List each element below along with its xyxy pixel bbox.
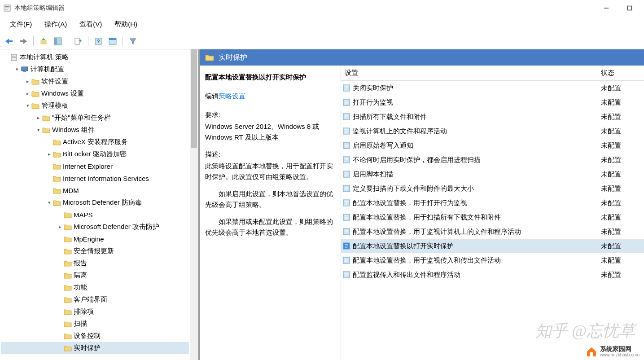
policy-row[interactable]: 配置本地设置替换，用于打开行为监视未配置	[341, 196, 644, 210]
tree-node-label: 设备控制	[74, 332, 101, 340]
expander-icon[interactable]: ▾	[35, 127, 42, 133]
tree-node-report[interactable]: 报告	[1, 257, 189, 269]
tree-node-activex[interactable]: ActiveX 安装程序服务	[1, 136, 189, 148]
tree-node-windows_components[interactable]: ▾Windows 组件	[1, 124, 189, 136]
expander-icon[interactable]: ▸	[46, 151, 53, 157]
policy-name: 配置本地设置替换，用于打开行为监视	[353, 199, 601, 207]
expander-icon[interactable]: ▸	[57, 224, 64, 230]
expander-icon[interactable]: ▸	[35, 115, 42, 121]
filter-button[interactable]	[127, 35, 139, 48]
settings-list[interactable]: 关闭实时保护未配置打开行为监视未配置扫描所有下载文件和附件未配置监视计算机上的文…	[341, 81, 644, 282]
properties-button[interactable]	[106, 35, 119, 48]
menu-file[interactable]: 文件(F)	[4, 18, 38, 31]
policy-row[interactable]: 配置本地设置替换，用于监视传入和传出文件活动未配置	[341, 253, 644, 268]
policy-row[interactable]: 监视计算机上的文件和程序活动未配置	[341, 124, 644, 138]
window-title: 本地组策略编辑器	[14, 4, 601, 12]
policy-row[interactable]: 配置本地设置替换，用于监视计算机上的文件和程序活动未配置	[341, 224, 644, 239]
title-bar: 本地组策略编辑器	[0, 0, 644, 16]
description-label: 描述:	[205, 149, 335, 160]
policy-row[interactable]: 扫描所有下载文件和附件未配置	[341, 110, 644, 124]
expander-icon[interactable]: ▸	[24, 79, 31, 84]
tree-node-admin_templates[interactable]: ▾管理模板	[1, 100, 189, 112]
up-button[interactable]	[37, 35, 50, 48]
tree-node-defender[interactable]: ▾Microsoft Defender 防病毒	[1, 197, 189, 209]
tree-node-label: Internet Information Services	[63, 175, 149, 182]
tree-node-software_settings[interactable]: ▸软件设置	[1, 75, 189, 88]
policy-tree[interactable]: 本地计算机 策略▾计算机配置▸软件设置▸Windows 设置▾管理模板▸"开始"…	[0, 51, 198, 354]
expander-icon[interactable]: ▾	[46, 200, 53, 206]
policy-state: 未配置	[601, 184, 644, 193]
tree-node-client_ui[interactable]: 客户端界面	[1, 294, 189, 306]
site-url: www.hnzkhbsb.com	[600, 352, 640, 357]
enable-paragraph: 如果启用此设置，则本地首选设置的优先级会高于组策略。	[205, 189, 335, 210]
policy-state: 未配置	[601, 228, 644, 236]
tree-node-device_control[interactable]: 设备控制	[1, 330, 189, 342]
tree-node-label: Windows 设置	[41, 89, 84, 98]
policy-row[interactable]: 配置本地设置替换，用于扫描所有下载文件和附件未配置	[341, 210, 644, 224]
disable-paragraph: 如果禁用或未配置此设置，则组策略的优先级会高于本地首选设置。	[205, 216, 335, 238]
tree-node-computer_config[interactable]: ▾计算机配置	[1, 63, 189, 75]
folder-icon	[205, 54, 214, 61]
policy-row[interactable]: 配置本地设置替换以打开实时保护未配置	[341, 239, 644, 253]
toolbar: ?	[0, 33, 644, 49]
policy-state: 未配置	[601, 242, 644, 250]
tree-node-exclusions[interactable]: 排除项	[1, 306, 189, 318]
menu-help[interactable]: 帮助(H)	[108, 18, 144, 31]
policy-row[interactable]: 定义要扫描的下载文件和附件的最大大小未配置	[341, 181, 644, 196]
tree-node-mpengine[interactable]: MpEngine	[1, 233, 189, 245]
right-header: 实时保护	[200, 49, 644, 66]
toolbar-separator	[68, 36, 68, 46]
tree-node-mdm[interactable]: MDM	[1, 184, 189, 197]
column-state[interactable]: 状态	[601, 69, 644, 77]
policy-state: 未配置	[601, 271, 644, 279]
policy-state: 未配置	[601, 84, 644, 92]
tree-node-quarantine[interactable]: 隔离	[1, 269, 189, 281]
policy-name: 打开行为监视	[353, 98, 601, 107]
expander-icon[interactable]: ▸	[24, 91, 31, 97]
tree-node-ie[interactable]: Internet Explorer	[1, 160, 189, 172]
tree-node-scan[interactable]: 扫描	[1, 318, 189, 330]
tree-node-maps[interactable]: MAPS	[1, 209, 189, 221]
policy-settings-link[interactable]: 策略设置	[219, 92, 245, 100]
forward-button[interactable]	[17, 35, 30, 48]
back-button[interactable]	[3, 35, 15, 48]
tree-node-bitlocker[interactable]: ▸BitLocker 驱动器加密	[1, 148, 189, 160]
list-header[interactable]: 设置 状态	[341, 66, 644, 81]
expander-icon[interactable]: ▾	[13, 66, 21, 72]
tree-node-label: ActiveX 安装程序服务	[63, 138, 128, 146]
policy-state: 未配置	[601, 127, 644, 136]
tree-node-label: MAPS	[74, 211, 93, 219]
tree-scrollbar[interactable]	[190, 49, 198, 360]
tree-node-realtime[interactable]: 实时保护	[1, 342, 189, 354]
tree-node-start_taskbar[interactable]: ▸"开始"菜单和任务栏	[1, 112, 189, 124]
policy-name: 启用脚本扫描	[353, 170, 601, 179]
scrollbar-thumb[interactable]	[191, 49, 197, 148]
menu-action[interactable]: 操作(A)	[38, 18, 73, 31]
policy-row[interactable]: 启用原始卷写入通知未配置	[341, 138, 644, 153]
show-hide-tree-button[interactable]	[52, 35, 64, 48]
policy-row[interactable]: 不论何时启用实时保护，都会启用进程扫描未配置	[341, 153, 644, 167]
column-setting[interactable]: 设置	[341, 69, 601, 77]
tree-node-root[interactable]: 本地计算机 策略	[1, 51, 189, 63]
policy-row[interactable]: 配置监视传入和传出文件和程序活动未配置	[341, 268, 644, 282]
policy-state: 未配置	[601, 170, 644, 179]
policy-row[interactable]: 启用脚本扫描未配置	[341, 167, 644, 181]
tree-node-feature[interactable]: 功能	[1, 281, 189, 294]
policy-row[interactable]: 关闭实时保护未配置	[341, 81, 644, 95]
svg-rect-7	[20, 40, 24, 42]
tree-node-windows_settings[interactable]: ▸Windows 设置	[1, 88, 189, 100]
help-button[interactable]: ?	[92, 35, 105, 48]
expander-icon[interactable]: ▾	[24, 103, 31, 109]
export-button[interactable]	[72, 35, 84, 48]
policy-row[interactable]: 打开行为监视未配置	[341, 95, 644, 110]
tree-node-exploit[interactable]: ▸Microsoft Defender 攻击防护	[1, 221, 189, 233]
site-badge: 系统家园网 www.hnzkhbsb.com	[586, 346, 640, 357]
tree-node-label: BitLocker 驱动器加密	[63, 150, 127, 158]
tree-node-iis[interactable]: Internet Information Services	[1, 172, 189, 184]
policy-state: 未配置	[601, 256, 644, 265]
maximize-button[interactable]	[624, 3, 635, 13]
tree-node-label: 排除项	[74, 307, 94, 316]
tree-node-security_intel[interactable]: 安全情报更新	[1, 245, 189, 257]
menu-view[interactable]: 查看(V)	[73, 18, 108, 31]
minimize-button[interactable]	[601, 3, 612, 13]
